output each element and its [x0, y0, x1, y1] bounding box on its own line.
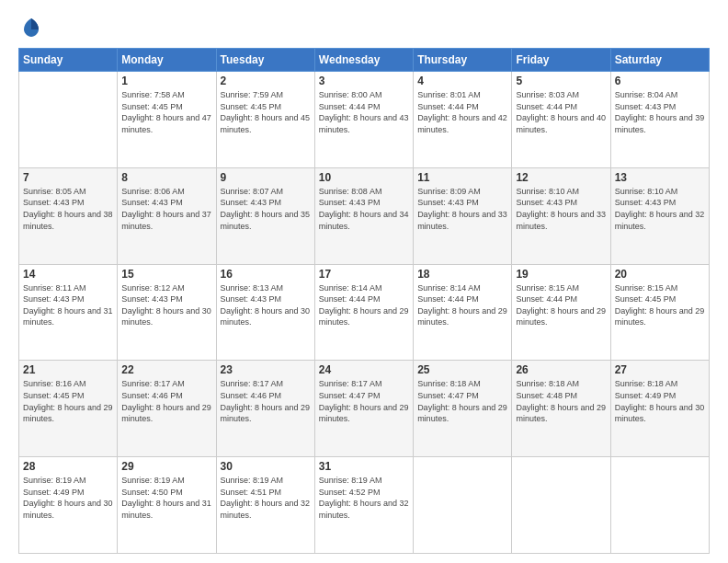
cell-info: Sunrise: 8:19 AMSunset: 4:50 PMDaylight:… — [121, 476, 211, 520]
calendar-cell: 24 Sunrise: 8:17 AMSunset: 4:47 PMDaylig… — [314, 361, 413, 457]
calendar-cell — [610, 457, 709, 554]
cell-info: Sunrise: 8:19 AMSunset: 4:49 PMDaylight:… — [23, 476, 113, 520]
cell-date: 6 — [615, 75, 705, 87]
logo — [18, 15, 48, 40]
col-friday: Friday — [512, 49, 610, 72]
calendar-cell: 14 Sunrise: 8:11 AMSunset: 4:43 PMDaylig… — [19, 264, 118, 361]
calendar-cell: 13 Sunrise: 8:10 AMSunset: 4:43 PMDaylig… — [610, 167, 709, 264]
cell-date: 1 — [121, 75, 211, 87]
cell-info: Sunrise: 8:15 AMSunset: 4:44 PMDaylight:… — [516, 283, 606, 327]
calendar-cell: 21 Sunrise: 8:16 AMSunset: 4:45 PMDaylig… — [19, 361, 118, 457]
cell-info: Sunrise: 8:08 AMSunset: 4:43 PMDaylight:… — [319, 187, 409, 231]
cell-date: 15 — [121, 268, 211, 281]
cell-info: Sunrise: 8:04 AMSunset: 4:43 PMDaylight:… — [615, 90, 705, 134]
cell-info: Sunrise: 8:11 AMSunset: 4:43 PMDaylight:… — [23, 283, 113, 327]
cell-info: Sunrise: 8:17 AMSunset: 4:47 PMDaylight:… — [319, 379, 409, 423]
calendar-week-3: 21 Sunrise: 8:16 AMSunset: 4:45 PMDaylig… — [19, 361, 710, 457]
calendar-cell: 27 Sunrise: 8:18 AMSunset: 4:49 PMDaylig… — [610, 361, 709, 457]
cell-date: 30 — [221, 460, 311, 473]
calendar-cell: 10 Sunrise: 8:08 AMSunset: 4:43 PMDaylig… — [314, 167, 413, 264]
calendar-cell: 23 Sunrise: 8:17 AMSunset: 4:46 PMDaylig… — [216, 361, 314, 457]
cell-date: 8 — [121, 171, 211, 184]
cell-info: Sunrise: 8:14 AMSunset: 4:44 PMDaylight:… — [417, 283, 507, 327]
col-monday: Monday — [118, 49, 216, 72]
calendar-cell: 12 Sunrise: 8:10 AMSunset: 4:43 PMDaylig… — [512, 167, 610, 264]
calendar-week-0: 1 Sunrise: 7:58 AMSunset: 4:45 PMDayligh… — [19, 72, 710, 168]
cell-info: Sunrise: 8:10 AMSunset: 4:43 PMDaylight:… — [516, 187, 606, 231]
calendar-cell: 5 Sunrise: 8:03 AMSunset: 4:44 PMDayligh… — [512, 72, 610, 168]
calendar-cell: 9 Sunrise: 8:07 AMSunset: 4:43 PMDayligh… — [216, 167, 314, 264]
calendar-week-2: 14 Sunrise: 8:11 AMSunset: 4:43 PMDaylig… — [19, 264, 710, 361]
calendar-cell: 29 Sunrise: 8:19 AMSunset: 4:50 PMDaylig… — [118, 457, 216, 554]
cell-date: 13 — [615, 171, 705, 184]
calendar-cell: 2 Sunrise: 7:59 AMSunset: 4:45 PMDayligh… — [216, 72, 314, 168]
cell-date: 29 — [121, 460, 211, 473]
col-tuesday: Tuesday — [216, 49, 314, 72]
cell-info: Sunrise: 8:00 AMSunset: 4:44 PMDaylight:… — [319, 90, 409, 134]
cell-date: 18 — [417, 268, 507, 281]
cell-date: 22 — [121, 363, 211, 376]
cell-date: 2 — [221, 75, 311, 87]
cell-info: Sunrise: 8:12 AMSunset: 4:43 PMDaylight:… — [121, 283, 211, 327]
calendar-week-4: 28 Sunrise: 8:19 AMSunset: 4:49 PMDaylig… — [19, 457, 710, 554]
cell-info: Sunrise: 8:05 AMSunset: 4:43 PMDaylight:… — [23, 187, 113, 231]
calendar-cell — [512, 457, 610, 554]
calendar-cell: 17 Sunrise: 8:14 AMSunset: 4:44 PMDaylig… — [314, 264, 413, 361]
col-thursday: Thursday — [414, 49, 512, 72]
calendar-cell: 22 Sunrise: 8:17 AMSunset: 4:46 PMDaylig… — [118, 361, 216, 457]
cell-info: Sunrise: 8:18 AMSunset: 4:48 PMDaylight:… — [516, 379, 606, 423]
cell-date: 9 — [221, 171, 311, 184]
cell-info: Sunrise: 8:19 AMSunset: 4:52 PMDaylight:… — [319, 476, 409, 520]
calendar-cell: 26 Sunrise: 8:18 AMSunset: 4:48 PMDaylig… — [512, 361, 610, 457]
cell-date: 10 — [319, 171, 409, 184]
header-row: Sunday Monday Tuesday Wednesday Thursday… — [19, 49, 710, 72]
calendar-cell: 28 Sunrise: 8:19 AMSunset: 4:49 PMDaylig… — [19, 457, 118, 554]
calendar-cell: 6 Sunrise: 8:04 AMSunset: 4:43 PMDayligh… — [610, 72, 709, 168]
calendar-cell: 20 Sunrise: 8:15 AMSunset: 4:45 PMDaylig… — [610, 264, 709, 361]
cell-date: 3 — [319, 75, 409, 87]
calendar-week-1: 7 Sunrise: 8:05 AMSunset: 4:43 PMDayligh… — [19, 167, 710, 264]
calendar-cell: 11 Sunrise: 8:09 AMSunset: 4:43 PMDaylig… — [414, 167, 512, 264]
cell-info: Sunrise: 8:13 AMSunset: 4:43 PMDaylight:… — [221, 283, 311, 327]
logo-icon — [18, 15, 44, 40]
cell-date: 28 — [23, 460, 113, 473]
calendar-cell: 16 Sunrise: 8:13 AMSunset: 4:43 PMDaylig… — [216, 264, 314, 361]
calendar-cell: 19 Sunrise: 8:15 AMSunset: 4:44 PMDaylig… — [512, 264, 610, 361]
cell-date: 24 — [319, 363, 409, 376]
page: Sunday Monday Tuesday Wednesday Thursday… — [0, 0, 728, 563]
cell-date: 26 — [516, 363, 606, 376]
cell-date: 4 — [417, 75, 507, 87]
calendar-cell: 7 Sunrise: 8:05 AMSunset: 4:43 PMDayligh… — [19, 167, 118, 264]
col-sunday: Sunday — [19, 49, 118, 72]
cell-info: Sunrise: 8:03 AMSunset: 4:44 PMDaylight:… — [516, 90, 606, 134]
cell-date: 11 — [417, 171, 507, 184]
calendar-cell: 4 Sunrise: 8:01 AMSunset: 4:44 PMDayligh… — [414, 72, 512, 168]
calendar-cell — [19, 72, 118, 168]
cell-date: 20 — [615, 268, 705, 281]
cell-date: 5 — [516, 75, 606, 87]
cell-info: Sunrise: 8:09 AMSunset: 4:43 PMDaylight:… — [417, 187, 507, 231]
cell-date: 27 — [615, 363, 705, 376]
cell-info: Sunrise: 8:15 AMSunset: 4:45 PMDaylight:… — [615, 283, 705, 327]
calendar-cell: 1 Sunrise: 7:58 AMSunset: 4:45 PMDayligh… — [118, 72, 216, 168]
calendar-cell: 30 Sunrise: 8:19 AMSunset: 4:51 PMDaylig… — [216, 457, 314, 554]
calendar-table: Sunday Monday Tuesday Wednesday Thursday… — [18, 48, 710, 554]
cell-date: 21 — [23, 363, 113, 376]
calendar-cell: 8 Sunrise: 8:06 AMSunset: 4:43 PMDayligh… — [118, 167, 216, 264]
cell-info: Sunrise: 8:18 AMSunset: 4:49 PMDaylight:… — [615, 379, 705, 423]
calendar-cell: 18 Sunrise: 8:14 AMSunset: 4:44 PMDaylig… — [414, 264, 512, 361]
cell-info: Sunrise: 8:19 AMSunset: 4:51 PMDaylight:… — [221, 476, 311, 520]
cell-info: Sunrise: 8:14 AMSunset: 4:44 PMDaylight:… — [319, 283, 409, 327]
calendar-cell: 15 Sunrise: 8:12 AMSunset: 4:43 PMDaylig… — [118, 264, 216, 361]
header — [18, 15, 710, 40]
cell-info: Sunrise: 8:17 AMSunset: 4:46 PMDaylight:… — [221, 379, 311, 423]
calendar-cell: 25 Sunrise: 8:18 AMSunset: 4:47 PMDaylig… — [414, 361, 512, 457]
cell-date: 23 — [221, 363, 311, 376]
cell-date: 12 — [516, 171, 606, 184]
cell-date: 31 — [319, 460, 409, 473]
calendar-cell: 3 Sunrise: 8:00 AMSunset: 4:44 PMDayligh… — [314, 72, 413, 168]
cell-date: 7 — [23, 171, 113, 184]
cell-info: Sunrise: 8:16 AMSunset: 4:45 PMDaylight:… — [23, 379, 113, 423]
col-wednesday: Wednesday — [314, 49, 413, 72]
cell-info: Sunrise: 8:07 AMSunset: 4:43 PMDaylight:… — [221, 187, 311, 231]
